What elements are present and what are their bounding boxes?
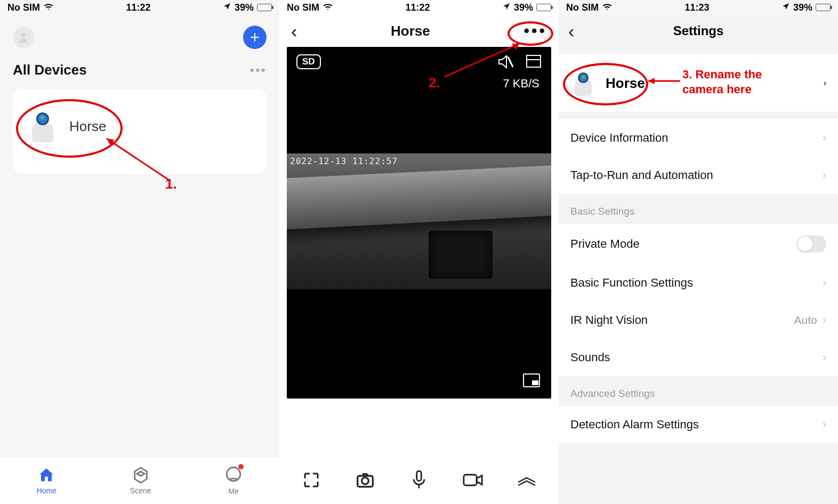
tab-scene-label: Scene <box>130 486 151 495</box>
row-label: Detection Alarm Settings <box>570 418 699 432</box>
svg-point-12 <box>362 477 369 484</box>
back-button[interactable]: ‹ <box>291 21 297 42</box>
annotation-label-1: 1. <box>165 176 177 192</box>
section-advanced-label: Advanced Settings <box>559 376 838 406</box>
chevron-right-icon: › <box>823 418 826 432</box>
svg-point-0 <box>21 33 26 37</box>
clock: 11:23 <box>684 2 709 13</box>
mic-button[interactable] <box>407 468 431 492</box>
bitrate-label: 7 KB/S <box>503 77 539 91</box>
status-bar: No SIM 11:22 39% <box>0 0 279 15</box>
sounds-row[interactable]: Sounds › <box>559 339 838 376</box>
row-label: Device Information <box>570 131 668 145</box>
svg-line-6 <box>507 56 513 67</box>
row-label: Private Mode <box>570 237 640 251</box>
battery-pct: 39% <box>235 2 254 13</box>
tab-me[interactable]: Me <box>224 465 243 495</box>
fullscreen-button[interactable] <box>299 468 324 492</box>
battery-pct: 39% <box>793 2 812 13</box>
camera-toolbar <box>279 456 559 504</box>
wifi-icon <box>602 2 613 13</box>
camera-icon <box>570 70 596 96</box>
wifi-icon <box>323 2 333 13</box>
notification-dot-icon <box>238 464 244 469</box>
camera-icon <box>27 110 59 142</box>
quality-badge[interactable]: SD <box>296 54 321 69</box>
night-vision-row[interactable]: IR Night Vision Auto › <box>559 302 838 339</box>
carrier-label: No SIM <box>566 2 599 13</box>
camera-title: Horse <box>391 23 430 39</box>
device-info-row[interactable]: Device Information › <box>559 119 838 157</box>
battery-icon <box>816 4 831 11</box>
tab-scene[interactable]: Scene <box>130 466 151 495</box>
back-button[interactable]: ‹ <box>568 21 574 42</box>
status-bar: No SIM 11:22 39% <box>279 0 559 15</box>
devices-heading: All Devices <box>13 62 87 78</box>
automation-row[interactable]: Tap-to-Run and Automation › <box>559 157 838 194</box>
record-button[interactable] <box>461 468 485 492</box>
svg-rect-10 <box>532 380 538 385</box>
snapshot-button[interactable] <box>353 468 377 492</box>
section-basic-label: Basic Settings <box>559 194 838 224</box>
pip-icon[interactable] <box>522 373 541 390</box>
screen-home: No SIM 11:22 39% All Devices ••• Horse <box>0 0 279 504</box>
chevron-right-icon: › <box>824 78 826 88</box>
row-label: Basic Function Settings <box>570 276 693 290</box>
row-label: IR Night Vision <box>570 313 648 327</box>
battery-icon <box>257 4 272 11</box>
layout-icon[interactable] <box>526 54 542 70</box>
mute-icon[interactable] <box>497 54 514 71</box>
tab-home[interactable]: Home <box>37 466 57 495</box>
more-button[interactable]: ••• <box>523 22 547 40</box>
private-mode-toggle[interactable] <box>796 235 826 253</box>
wifi-icon <box>43 2 54 13</box>
video-timestamp: 2022-12-13 11:22:57 <box>290 156 398 166</box>
settings-title: Settings <box>673 23 724 38</box>
location-icon <box>781 2 790 13</box>
add-device-button[interactable] <box>243 26 267 49</box>
device-card[interactable]: Horse <box>13 89 267 174</box>
row-label: Sounds <box>570 351 610 364</box>
carrier-label: No SIM <box>7 2 40 13</box>
more-icon[interactable]: ••• <box>250 63 267 78</box>
device-name: Horse <box>606 75 645 92</box>
row-value: Auto <box>794 314 817 327</box>
tab-bar: Home Scene Me <box>0 456 279 504</box>
profile-avatar[interactable] <box>13 27 34 48</box>
screen-settings: No SIM 11:23 39% ‹ Settings Horse › Devi… <box>559 0 838 504</box>
battery-pct: 39% <box>514 2 533 13</box>
tab-home-label: Home <box>37 486 57 495</box>
detection-alarm-row[interactable]: Detection Alarm Settings › <box>559 406 838 443</box>
clock: 11:22 <box>126 2 150 13</box>
chevron-right-icon: › <box>823 276 826 290</box>
svg-rect-7 <box>527 55 541 67</box>
location-icon <box>502 2 511 13</box>
battery-icon <box>536 4 551 11</box>
row-label: Tap-to-Run and Automation <box>570 168 713 182</box>
location-icon <box>223 2 231 13</box>
chevron-right-icon: › <box>823 313 826 327</box>
chevron-right-icon: › <box>823 351 826 364</box>
carrier-label: No SIM <box>287 2 319 13</box>
rename-device-row[interactable]: Horse › <box>559 54 838 112</box>
private-mode-row[interactable]: Private Mode <box>559 224 838 264</box>
basic-function-row[interactable]: Basic Function Settings › <box>559 264 838 302</box>
svg-rect-13 <box>417 471 422 481</box>
status-bar: No SIM 11:23 39% <box>559 0 838 15</box>
tab-me-label: Me <box>228 487 238 495</box>
video-feed[interactable]: SD 7 KB/S 2022-12-13 11:22:57 <box>287 47 551 399</box>
svg-rect-14 <box>464 475 477 485</box>
chevron-right-icon: › <box>823 168 826 182</box>
chevron-right-icon: › <box>823 131 826 145</box>
screen-camera-view: No SIM 11:22 39% ‹ Horse ••• SD 7 KB/S 2… <box>279 0 559 504</box>
clock: 11:22 <box>405 2 430 13</box>
expand-button[interactable] <box>514 468 539 492</box>
device-name: Horse <box>69 118 106 135</box>
camera-feed-image <box>287 153 551 289</box>
